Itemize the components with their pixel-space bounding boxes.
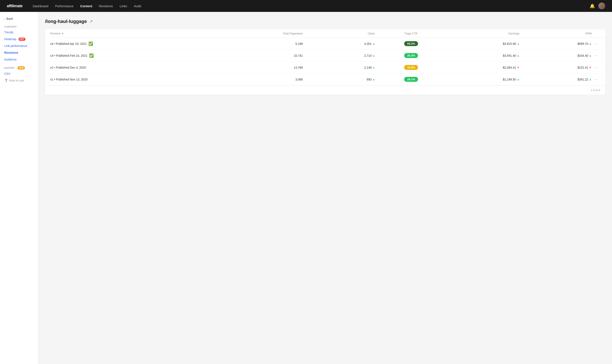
table-row: v1 • Published Nov 13, 2020 3,066 893 ▲ … [45,74,605,85]
nav-dashboard[interactable]: Dashboard [33,4,48,8]
app-layout: ‹ Back CONTENT Trends Heatmap HOT Link p… [0,12,612,364]
earnings-v4: $3,615.90 ▲ [447,42,519,45]
sidebar: ‹ Back CONTENT Trends Heatmap HOT Link p… [0,12,38,364]
col-clicks: Clicks [303,32,375,35]
clicks-trend-up-icon: ▲ [373,66,375,69]
nav-links[interactable]: Links [120,4,127,8]
ctr-v1-cell: 29.1% [375,77,447,82]
revision-cell-v4: v4 • Published Apr 19, 2021 ✅ [50,41,231,46]
ctr-v4-cell: 83.2% [375,41,447,46]
verified-icon: ✅ [88,41,93,46]
nav-content[interactable]: Content [80,4,92,8]
more-actions-v3[interactable]: ··· [592,54,600,58]
col-ctr: Page CTR [375,32,447,35]
rpm-v1: $391.22 ▲ [519,78,592,81]
export-label: EXPORT [4,67,15,69]
content-section-label: CONTENT [0,24,38,29]
col-earnings: Earnings [447,32,519,35]
rpm-v4: $699.70 ▲ [519,42,592,45]
earnings-trend-down-icon: ▼ [517,66,519,69]
verified-icon: ✅ [89,53,94,58]
sidebar-item-revisions[interactable]: Revisions [0,49,38,56]
avatar[interactable] [599,2,605,9]
ctr-badge-v3: 25.3% [404,53,418,58]
revision-v4-label: v4 • Published Apr 19, 2021 [50,42,87,45]
help-icon: ❓ [4,79,8,82]
more-actions-v1[interactable]: ··· [592,78,600,81]
clicks-v4: 4,301 ▲ [303,42,375,45]
table-row: v2 • Published Dec 4, 2020 13,766 2,148 … [45,62,605,74]
nav-links: Dashboard Performance Content Revisions … [33,4,590,8]
revisions-label: Revisions [4,51,18,54]
earnings-trend-up-icon: ▲ [517,42,519,45]
nav-revisions[interactable]: Revisions [99,4,113,8]
rpm-trend-up-icon: ▲ [589,42,592,45]
revision-cell-v3: v3 • Published Feb 10, 2021 ✅ [50,53,231,58]
table-footer: 1-4 of 4 [45,85,605,95]
clicks-v2: 2,148 ▲ [303,66,375,69]
sidebar-item-trends[interactable]: Trends [0,29,38,36]
rpm-trend-down-icon: ▼ [589,66,592,69]
col-pageviews: Total Pageviews [231,32,303,35]
page-title-row: /long-haul-luggage ↗ [45,19,605,24]
nav-performance[interactable]: Performance [55,4,73,8]
sidebar-item-how-to-use[interactable]: ❓ How to use [0,77,38,84]
more-actions-v4[interactable]: ··· [592,42,600,46]
sidebar-item-audience[interactable]: Audience [0,56,38,63]
pageviews-v3: 10,741 [231,54,303,57]
revision-v2-label: v2 • Published Dec 4, 2020 [50,66,86,69]
revision-col-label: Revision [50,32,61,35]
col-revision[interactable]: Revision ▼ [50,32,231,35]
earnings-v3: $3,591.40 ▲ [447,54,519,57]
back-arrow-icon: ‹ [4,17,5,20]
pagination-label: 1-4 of 4 [591,89,600,92]
heatmap-label: Heatmap [4,37,16,41]
new-badge: NEW [17,66,25,69]
rpm-v2: $151.41 ▼ [519,66,592,69]
clicks-trend-up-icon: ▲ [373,54,375,57]
export-section: EXPORT NEW [0,63,38,70]
link-performance-label: Link performance [4,44,27,48]
sort-icon: ▼ [62,32,64,35]
sidebar-item-link-performance[interactable]: Link performance [0,42,38,49]
more-actions-v2[interactable]: ··· [592,66,600,69]
revision-v3-label: v3 • Published Feb 10, 2021 [50,54,87,57]
trends-label: Trends [4,31,13,34]
notification-bell-icon[interactable]: 🔔 [590,3,595,9]
ctr-badge-v4: 83.2% [404,41,418,46]
pageviews-v1: 3,066 [231,78,303,81]
sidebar-item-csv[interactable]: CSV [0,70,38,77]
nav-right: 🔔 [590,2,605,9]
external-link-icon[interactable]: ↗ [90,19,93,24]
rpm-trend-up-icon: ▲ [589,54,592,57]
clicks-v1: 893 ▲ [303,78,375,81]
ctr-badge-v2: 15.6% [404,65,418,70]
navbar: affilimate Dashboard Performance Content… [0,0,612,12]
back-label: Back [6,17,13,20]
clicks-v3: 2,714 ▲ [303,54,375,57]
nav-audit[interactable]: Audit [134,4,141,8]
hot-badge: HOT [18,38,26,41]
revision-v1-label: v1 • Published Nov 13, 2020 [50,78,88,81]
logo: affilimate [7,4,23,8]
earnings-trend-up-icon: ▲ [517,54,519,57]
pageviews-v2: 13,766 [231,66,303,69]
main-content: /long-haul-luggage ↗ Revision ▼ Total Pa… [38,12,612,364]
clicks-trend-up-icon: ▲ [373,42,375,45]
col-rpm: RPM [519,32,592,35]
how-to-use-label: How to use [9,79,24,82]
rpm-v3: $334.40 ▲ [519,54,592,57]
revision-cell-v2: v2 • Published Dec 4, 2020 [50,66,231,69]
earnings-v2: $2,084.41 ▼ [447,66,519,69]
revision-cell-v1: v1 • Published Nov 13, 2020 [50,78,231,81]
ctr-badge-v1: 29.1% [404,77,418,82]
ctr-v2-cell: 15.6% [375,65,447,70]
back-button[interactable]: ‹ Back [0,17,38,24]
ctr-v3-cell: 25.3% [375,53,447,58]
revisions-table-card: Revision ▼ Total Pageviews Clicks Page C… [45,29,605,95]
rpm-trend-up-icon: ▲ [589,78,592,81]
table-row: v4 • Published Apr 19, 2021 ✅ 5,168 4,30… [45,38,605,50]
sidebar-item-heatmap[interactable]: Heatmap HOT [0,36,38,42]
table-row: v3 • Published Feb 10, 2021 ✅ 10,741 2,7… [45,50,605,62]
page-title: /long-haul-luggage [45,19,87,24]
